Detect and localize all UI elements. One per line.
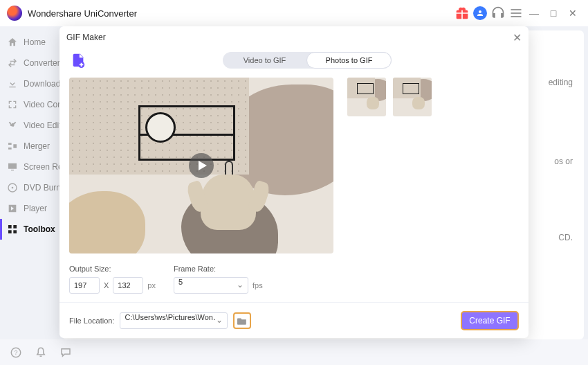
svg-rect-2: [511, 16, 522, 17]
sidebar-item-label: Merger: [24, 141, 50, 151]
frame-rate-label: Frame Rate:: [174, 265, 263, 273]
sidebar-item-label: Downloader: [24, 79, 62, 89]
sidebar-item-home[interactable]: Home: [0, 32, 62, 53]
window-minimize-button[interactable]: —: [526, 8, 542, 19]
output-size-label: Output Size:: [69, 265, 156, 273]
thumbnail[interactable]: [347, 78, 386, 116]
mode-segmented: Video to GIF Photos to GIF: [223, 52, 392, 69]
bg-text: os or: [554, 157, 573, 166]
file-location-select[interactable]: C:\Users\ws\Pictures\Wondersh: [120, 312, 228, 329]
compress-icon: [7, 99, 18, 110]
gift-icon[interactable]: [455, 6, 469, 20]
sidebar: Home Converter Downloader Video Compress…: [0, 26, 62, 339]
titlebar: Wondershare UniConverter — □ ✕: [0, 0, 588, 26]
open-folder-button[interactable]: [233, 312, 251, 329]
help-icon[interactable]: ?: [10, 346, 22, 359]
sidebar-item-label: Converter: [24, 58, 60, 68]
sidebar-item-label: Home: [24, 37, 46, 47]
sidebar-item-compressor[interactable]: Video Compressor: [0, 94, 62, 115]
tab-video-to-gif[interactable]: Video to GIF: [223, 52, 306, 69]
play-icon: [7, 203, 18, 214]
screen-icon: [7, 161, 18, 172]
converter-icon: [7, 57, 18, 69]
modal-title: GIF Maker: [66, 33, 106, 42]
support-icon[interactable]: [491, 6, 505, 20]
grid-icon: [7, 224, 18, 235]
app-logo-icon: [7, 6, 22, 21]
svg-rect-0: [511, 9, 522, 10]
svg-point-4: [12, 187, 14, 189]
fps-unit: fps: [252, 281, 263, 290]
scissors-icon: [7, 120, 18, 131]
sidebar-item-downloader[interactable]: Downloader: [0, 73, 62, 94]
sidebar-item-label: Video Editor: [24, 121, 62, 130]
sidebar-item-player[interactable]: Player: [0, 198, 62, 219]
sidebar-item-toolbox[interactable]: Toolbox: [0, 219, 62, 240]
sidebar-item-label: Toolbox: [24, 224, 55, 234]
frame-rate-select[interactable]: 5: [174, 277, 248, 294]
sidebar-item-editor[interactable]: Video Editor: [0, 115, 62, 136]
feedback-icon[interactable]: [59, 346, 72, 359]
home-icon: [7, 37, 18, 48]
svg-rect-7: [8, 230, 12, 233]
footer: ?: [0, 339, 588, 365]
thumbnail[interactable]: [393, 78, 432, 116]
bell-icon[interactable]: [35, 346, 47, 359]
svg-rect-6: [13, 225, 17, 229]
window-close-button[interactable]: ✕: [564, 8, 581, 19]
merge-icon: [7, 141, 18, 152]
app-title: Wondershare UniConverter: [28, 8, 137, 19]
dimension-separator: X: [104, 281, 109, 290]
output-width-input[interactable]: [69, 277, 100, 294]
create-gif-button[interactable]: Create GIF: [461, 311, 519, 330]
modal-close-button[interactable]: ✕: [513, 31, 522, 44]
sidebar-item-label: DVD Burner: [24, 183, 62, 193]
svg-rect-1: [511, 12, 522, 14]
sidebar-item-dvd[interactable]: DVD Burner: [0, 177, 62, 198]
bg-text: editing: [549, 78, 573, 87]
svg-text:?: ?: [14, 349, 17, 356]
sidebar-item-label: Screen Recorder: [24, 162, 62, 172]
sidebar-item-converter[interactable]: Converter: [0, 53, 62, 73]
sidebar-item-label: Video Compressor: [24, 100, 62, 109]
window-maximize-button[interactable]: □: [545, 8, 562, 19]
add-file-button[interactable]: [69, 51, 87, 69]
sidebar-item-recorder[interactable]: Screen Recorder: [0, 157, 62, 177]
px-unit: px: [147, 281, 156, 290]
user-avatar-icon[interactable]: [473, 6, 487, 20]
tab-photos-to-gif[interactable]: Photos to GIF: [306, 52, 392, 69]
play-button[interactable]: [189, 153, 214, 178]
thumbnail-strip: [347, 78, 432, 253]
file-location-label: File Location:: [69, 317, 114, 325]
svg-rect-8: [13, 230, 17, 233]
gif-maker-modal: GIF Maker ✕ Video to GIF Photos to GIF: [59, 26, 529, 338]
svg-rect-5: [8, 225, 12, 229]
sidebar-item-merger[interactable]: Merger: [0, 136, 62, 157]
sidebar-item-label: Player: [24, 204, 47, 213]
download-icon: [7, 78, 18, 89]
bg-text: CD.: [558, 233, 573, 242]
disc-icon: [7, 182, 18, 193]
output-height-input[interactable]: [113, 277, 143, 294]
preview-pane: [69, 78, 333, 253]
hamburger-icon[interactable]: [509, 6, 523, 20]
